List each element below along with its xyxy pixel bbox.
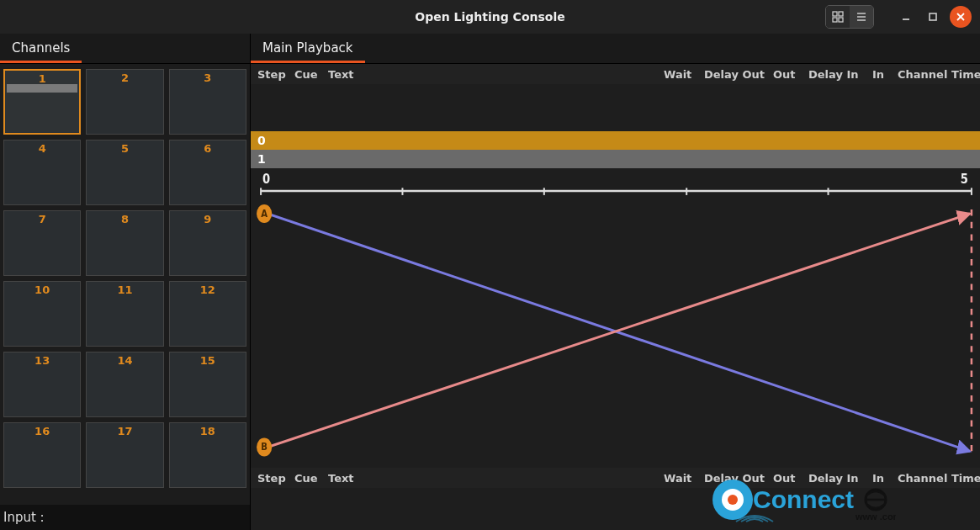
titlebar: Open Lighting Console xyxy=(0,0,980,34)
col-text: Text xyxy=(321,68,657,81)
channel-number: 16 xyxy=(4,425,80,437)
channel-number: 5 xyxy=(87,142,162,155)
window-controls xyxy=(825,5,972,29)
input-label: Input : xyxy=(3,510,45,525)
tab-channels[interactable]: Channels xyxy=(0,34,82,63)
svg-point-20 xyxy=(728,495,738,505)
col-delay-in: Delay In xyxy=(802,68,864,81)
svg-text:Connect: Connect xyxy=(753,485,854,513)
channel-number: 18 xyxy=(170,425,246,437)
channel-cell-2[interactable]: 2 xyxy=(86,69,163,135)
channel-value-bar xyxy=(7,84,77,93)
tab-main-playback[interactable]: Main Playback xyxy=(251,34,365,63)
list-view-button[interactable] xyxy=(850,6,873,28)
minimize-button[interactable] xyxy=(896,7,916,27)
channel-cell-8[interactable]: 8 xyxy=(86,210,163,276)
channel-number: 15 xyxy=(170,354,246,367)
marker-b-label: B xyxy=(261,441,268,453)
channel-cell-11[interactable]: 11 xyxy=(86,281,163,347)
marker-a-label: A xyxy=(261,208,268,220)
svg-rect-0 xyxy=(833,12,837,16)
maximize-button[interactable] xyxy=(923,7,943,27)
channel-cell-14[interactable]: 14 xyxy=(86,352,163,417)
playback-panel: Main Playback Step Cue Text Wait Delay O… xyxy=(251,34,980,530)
watermark-logo: Connect www .com xyxy=(711,476,896,525)
close-button[interactable] xyxy=(950,6,972,28)
channel-number: 2 xyxy=(87,72,162,84)
channel-cell-10[interactable]: 10 xyxy=(3,281,81,347)
col-cue: Cue xyxy=(288,68,321,81)
crossfade-graph: 0 5 xyxy=(251,168,980,468)
channel-cell-9[interactable]: 9 xyxy=(169,210,246,276)
cue-header: Step Cue Text Wait Delay Out Out Delay I… xyxy=(251,64,980,84)
channel-number: 17 xyxy=(87,425,162,437)
channel-number: 8 xyxy=(87,213,162,225)
col-in: In xyxy=(864,68,891,81)
command-input-line[interactable]: Input : xyxy=(0,505,250,530)
channel-cell-1[interactable]: 1 xyxy=(3,69,81,135)
col-step: Step xyxy=(251,68,288,81)
svg-text:www .com: www .com xyxy=(855,511,896,522)
channel-cell-7[interactable]: 7 xyxy=(3,210,81,276)
col-wait: Wait xyxy=(657,68,697,81)
channel-number: 3 xyxy=(170,72,246,84)
channel-cell-4[interactable]: 4 xyxy=(3,140,81,205)
col-delay-out: Delay Out xyxy=(697,68,766,81)
channel-number: 12 xyxy=(170,284,246,296)
view-mode-toggle xyxy=(825,5,874,29)
channel-number: 7 xyxy=(4,213,80,225)
channel-cell-18[interactable]: 18 xyxy=(169,422,246,488)
channels-panel: Channels 123456789101112131415161718 Inp… xyxy=(0,34,251,530)
cue-list-empty-bottom: Connect www .com xyxy=(251,488,980,530)
channel-cell-3[interactable]: 3 xyxy=(169,69,246,135)
channel-number: 4 xyxy=(4,142,80,155)
svg-rect-3 xyxy=(839,18,843,22)
channel-cell-6[interactable]: 6 xyxy=(169,140,246,205)
svg-rect-8 xyxy=(930,13,936,20)
channel-number: 1 xyxy=(5,72,79,85)
channel-number: 14 xyxy=(87,354,162,367)
channel-cell-15[interactable]: 15 xyxy=(169,352,246,417)
col-channel-time: Channel Time xyxy=(891,68,980,81)
scale-start: 0 xyxy=(262,171,270,187)
col-out: Out xyxy=(766,68,802,81)
channel-cell-16[interactable]: 16 xyxy=(3,422,81,488)
channel-cell-12[interactable]: 12 xyxy=(169,281,246,347)
channel-cell-13[interactable]: 13 xyxy=(3,352,81,417)
cue-row-0[interactable]: 0 xyxy=(251,131,980,150)
channel-number: 10 xyxy=(4,284,80,296)
channel-cell-17[interactable]: 17 xyxy=(86,422,163,488)
cue-list-empty-top xyxy=(251,84,980,131)
channel-number: 6 xyxy=(170,142,246,155)
channel-number: 9 xyxy=(170,213,246,225)
left-tab-row: Channels xyxy=(0,34,250,64)
channel-number: 13 xyxy=(4,354,80,367)
channels-grid: 123456789101112131415161718 xyxy=(0,64,250,505)
cue-row-1[interactable]: 1 xyxy=(251,150,980,168)
right-tab-row: Main Playback xyxy=(251,34,980,64)
channel-number: 11 xyxy=(87,284,162,296)
channel-cell-5[interactable]: 5 xyxy=(86,140,163,205)
scale-end: 5 xyxy=(961,171,968,187)
grid-view-button[interactable] xyxy=(826,6,850,28)
svg-rect-2 xyxy=(833,18,837,22)
svg-rect-1 xyxy=(839,12,843,16)
